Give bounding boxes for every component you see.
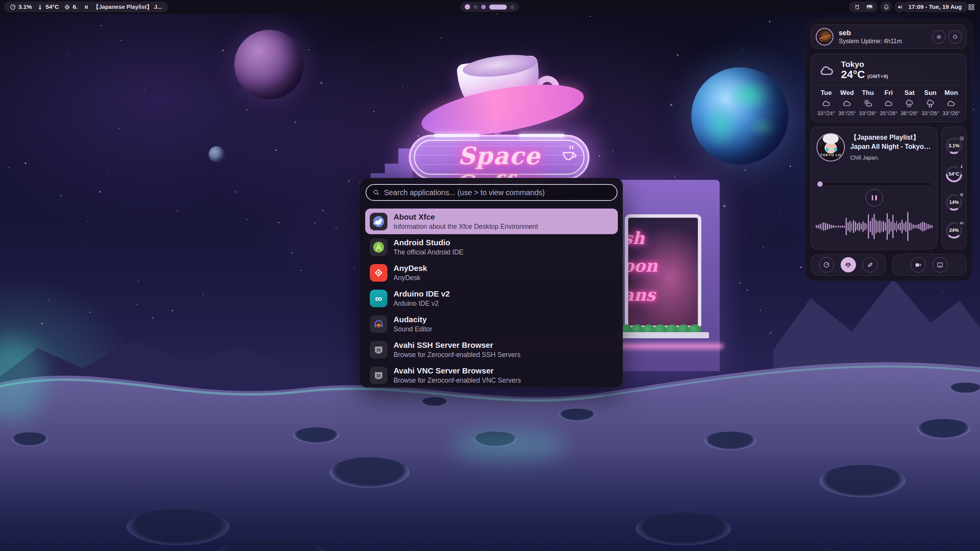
star bbox=[276, 150, 277, 151]
visualizer-bar bbox=[903, 223, 905, 230]
star bbox=[90, 312, 90, 313]
apps-grid-icon bbox=[968, 3, 975, 11]
screen-record-button[interactable] bbox=[911, 257, 926, 272]
star bbox=[770, 333, 771, 333]
play-pause-button[interactable] bbox=[866, 189, 883, 207]
list-item-android-studio[interactable]: Android Studio The official Android IDE bbox=[365, 234, 618, 260]
star bbox=[68, 54, 69, 55]
performance-profile-button[interactable] bbox=[819, 257, 834, 272]
star bbox=[121, 40, 122, 41]
list-item-avahi-ssh[interactable]: Avahi SSH Server Browser Browse for Zero… bbox=[365, 337, 618, 362]
cloud-icon bbox=[818, 63, 836, 77]
visualizer-bar bbox=[859, 222, 860, 231]
gauge-chip: 14% bbox=[944, 193, 964, 212]
bell-icon bbox=[883, 4, 890, 10]
visualizer-bar bbox=[857, 223, 858, 230]
list-item-about-xfce[interactable]: About Xfce Information about the Xfce De… bbox=[365, 209, 618, 234]
star bbox=[438, 45, 439, 46]
power-button[interactable] bbox=[948, 30, 962, 44]
desktop: sh oon ans Space Coffee bbox=[0, 0, 980, 551]
star bbox=[590, 16, 591, 17]
visualizer-bar bbox=[889, 219, 890, 234]
list-item-audacity[interactable]: Audacity Sound Editor bbox=[365, 311, 618, 337]
visualizer-bar bbox=[862, 221, 864, 232]
app-subtitle: Browse for Zeroconf-enabled SSH Servers bbox=[394, 351, 521, 359]
now-playing-pill[interactable]: 【Japanese Playlist】 J... bbox=[77, 2, 168, 12]
visualizer-bar bbox=[818, 225, 819, 228]
workspace-dot[interactable] bbox=[481, 5, 486, 9]
audio-visualizer bbox=[816, 208, 933, 245]
notifications-button[interactable] bbox=[880, 2, 892, 12]
window-neon-text: oon bbox=[625, 256, 658, 276]
forecast-day: Thu 33°/26° bbox=[859, 89, 877, 116]
avatar[interactable] bbox=[816, 28, 833, 46]
android-studio-icon bbox=[370, 238, 387, 256]
crater bbox=[917, 419, 970, 439]
visualizer-bar bbox=[887, 213, 888, 240]
forecast-day: Fri 35°/26° bbox=[880, 89, 897, 116]
list-item-arduino[interactable]: ∞ Arduino IDE v2 Arduino IDE v2 bbox=[365, 285, 618, 311]
visualizer-bar bbox=[861, 223, 862, 230]
clock[interactable]: 17:09 - Tue, 19 Aug bbox=[902, 2, 968, 12]
star bbox=[441, 37, 442, 39]
list-item-anydesk[interactable]: AnyDesk AnyDesk bbox=[365, 260, 618, 285]
visualizer-bar bbox=[844, 226, 845, 228]
star bbox=[278, 222, 279, 223]
star bbox=[101, 25, 101, 26]
list-item-avahi-vnc[interactable]: Avahi VNC Server Browser Browse for Zero… bbox=[365, 362, 618, 388]
powersave-profile-button[interactable] bbox=[862, 257, 878, 272]
workspace-active-pill[interactable] bbox=[489, 5, 507, 10]
shop-planter bbox=[617, 332, 709, 338]
network-jack-icon bbox=[370, 367, 387, 384]
star bbox=[49, 300, 49, 301]
visualizer-bar bbox=[855, 222, 856, 231]
gauge-thermometer: 54°C bbox=[944, 165, 964, 184]
image-icon[interactable] bbox=[866, 3, 873, 11]
visualizer-bar bbox=[874, 214, 875, 239]
visualizer-bar bbox=[842, 225, 843, 228]
star bbox=[354, 268, 355, 269]
control-panel: seb System Uptime: 4h11m bbox=[805, 19, 972, 281]
workspace-dot[interactable] bbox=[474, 5, 478, 9]
seek-bar[interactable] bbox=[817, 181, 931, 187]
search-box[interactable] bbox=[366, 184, 617, 201]
app-title: AnyDesk bbox=[394, 264, 427, 273]
ground-shadow bbox=[0, 452, 980, 551]
star bbox=[136, 304, 137, 305]
search-input[interactable] bbox=[384, 188, 611, 197]
app-launcher: About Xfce Information about the Xfce De… bbox=[359, 178, 623, 388]
visualizer-bar bbox=[926, 223, 927, 230]
workspace-dot[interactable] bbox=[465, 4, 470, 10]
workspace-dot[interactable] bbox=[510, 5, 514, 9]
visualizer-bar bbox=[825, 223, 826, 230]
visualizer-bar bbox=[909, 222, 910, 231]
search-icon bbox=[372, 189, 380, 196]
star bbox=[10, 89, 10, 89]
star bbox=[291, 293, 292, 294]
system-gauges-card: 3.1%54°C14%24% bbox=[941, 127, 967, 249]
star bbox=[301, 270, 301, 271]
settings-button[interactable] bbox=[932, 30, 946, 44]
app-title: Avahi VNC Server Browser bbox=[394, 366, 521, 375]
app-list: About Xfce Information about the Xfce De… bbox=[365, 209, 618, 388]
star bbox=[753, 227, 754, 228]
rain-cloud-icon bbox=[904, 99, 915, 108]
visualizer-bar bbox=[836, 226, 838, 228]
screenshot-button[interactable] bbox=[933, 257, 948, 272]
power-icon bbox=[952, 34, 958, 40]
sign-light bbox=[434, 134, 480, 137]
visualizer-bar bbox=[892, 215, 893, 238]
visualizer-bar bbox=[875, 220, 877, 233]
star bbox=[747, 290, 748, 291]
cat-icon[interactable] bbox=[854, 3, 861, 10]
app-grid-button[interactable] bbox=[965, 2, 977, 12]
visualizer-bar bbox=[840, 226, 841, 228]
balanced-profile-button[interactable] bbox=[841, 257, 856, 272]
app-title: Avahi SSH Server Browser bbox=[394, 341, 521, 350]
star bbox=[632, 43, 633, 44]
star bbox=[41, 323, 42, 324]
seek-knob[interactable] bbox=[817, 181, 823, 187]
visualizer-bar bbox=[900, 222, 901, 231]
visualizer-bar bbox=[877, 221, 879, 232]
album-art-text: TOKYO LO bbox=[817, 153, 844, 157]
